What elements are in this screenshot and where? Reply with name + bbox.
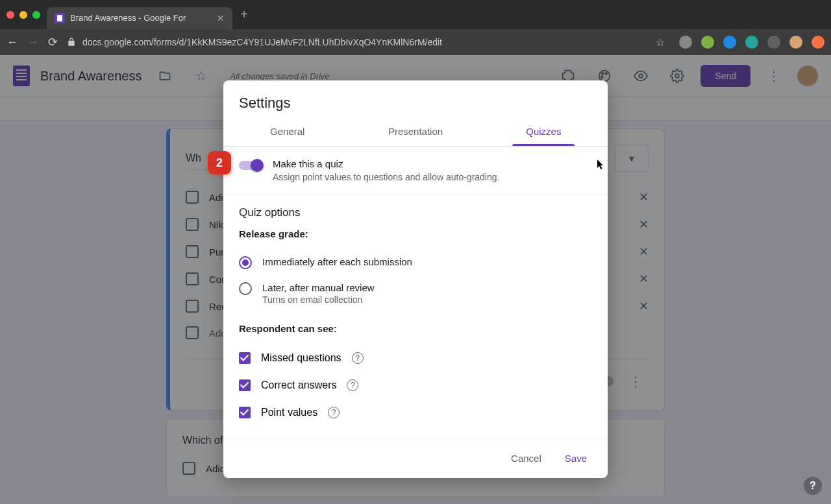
help-icon[interactable]: ? <box>328 407 340 418</box>
checkbox-icon <box>239 352 251 364</box>
tab-presentation[interactable]: Presentation <box>351 117 479 146</box>
browser-toolbar: ← → ⟳ docs.google.com/forms/d/1KkKMS9ezC… <box>0 29 831 55</box>
make-quiz-desc: Assign point values to questions and all… <box>273 172 499 182</box>
annotation-marker: 2 <box>208 151 231 174</box>
help-fab-icon[interactable]: ? <box>804 477 822 495</box>
url-text: docs.google.com/forms/d/1KkKMS9ezC4Y91UJ… <box>82 37 442 47</box>
tab-title: Brand Awareness - Google For <box>70 13 186 23</box>
radio-immediately[interactable]: Immediately after each submission <box>239 250 592 276</box>
extension-icon[interactable] <box>767 36 780 49</box>
modal-title: Settings <box>239 95 592 112</box>
check-label: Point values <box>261 407 317 418</box>
tab-quizzes[interactable]: Quizzes <box>480 117 608 146</box>
release-grade-label: Release grade: <box>239 228 592 239</box>
lock-icon <box>67 38 76 47</box>
checkbox-icon <box>239 379 251 391</box>
extension-icon[interactable] <box>745 36 758 49</box>
back-button[interactable]: ← <box>6 36 18 49</box>
radio-label: Later, after manual review <box>262 282 375 293</box>
extension-icon[interactable] <box>679 36 692 49</box>
save-button[interactable]: Save <box>560 449 592 468</box>
bookmark-star-icon[interactable]: ☆ <box>656 36 665 49</box>
tab-general[interactable]: General <box>223 117 351 146</box>
check-label: Missed questions <box>261 352 341 364</box>
make-quiz-label: Make this a quiz <box>273 158 499 169</box>
browser-tab[interactable]: Brand Awareness - Google For ✕ <box>47 7 232 29</box>
window-close[interactable] <box>6 11 14 19</box>
extension-icons <box>679 36 825 49</box>
forward-button: → <box>27 36 39 49</box>
extension-icon[interactable] <box>701 36 714 49</box>
make-quiz-row: Make this a quiz Assign point values to … <box>223 147 608 195</box>
modal-tabs: General Presentation Quizzes <box>223 117 608 147</box>
settings-modal: Settings General Presentation Quizzes Ma… <box>223 80 608 478</box>
respondent-see-label: Respondent can see: <box>239 323 592 334</box>
extension-icon[interactable] <box>812 36 825 49</box>
radio-icon <box>239 282 252 295</box>
help-icon[interactable]: ? <box>352 352 364 364</box>
make-quiz-toggle[interactable] <box>239 161 262 170</box>
forms-favicon-icon <box>55 13 65 23</box>
window-minimize[interactable] <box>19 11 27 19</box>
url-bar[interactable]: docs.google.com/forms/d/1KkKMS9ezC4Y91UJ… <box>67 37 647 47</box>
reload-button[interactable]: ⟳ <box>48 35 58 49</box>
browser-tab-bar: Brand Awareness - Google For ✕ + <box>0 0 831 29</box>
radio-icon <box>239 256 252 269</box>
checkbox-icon <box>239 407 251 418</box>
check-missed-questions[interactable]: Missed questions ? <box>239 344 592 372</box>
radio-desc: Turns on email collection <box>262 294 375 305</box>
check-point-values[interactable]: Point values ? <box>239 399 592 426</box>
cancel-button[interactable]: Cancel <box>506 449 547 468</box>
check-label: Correct answers <box>261 379 336 391</box>
window-maximize[interactable] <box>32 11 40 19</box>
window-controls <box>6 11 40 19</box>
extension-icon[interactable] <box>723 36 736 49</box>
profile-avatar-icon[interactable] <box>789 36 802 49</box>
cursor-icon <box>597 160 605 170</box>
radio-label: Immediately after each submission <box>262 256 412 267</box>
check-correct-answers[interactable]: Correct answers ? <box>239 372 592 399</box>
help-icon[interactable]: ? <box>347 379 358 391</box>
quiz-options-title: Quiz options <box>239 206 592 219</box>
new-tab-button[interactable]: + <box>240 7 248 22</box>
close-tab-icon[interactable]: ✕ <box>217 13 225 23</box>
radio-later[interactable]: Later, after manual review Turns on emai… <box>239 276 592 311</box>
